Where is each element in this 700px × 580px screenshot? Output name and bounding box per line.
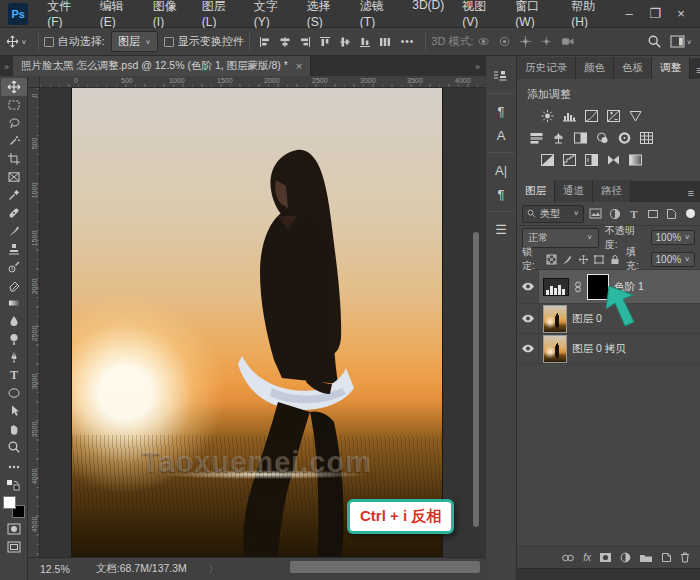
3d-drag-icon[interactable]	[515, 35, 536, 48]
document-canvas[interactable]: Taoxuemei.com	[72, 88, 442, 557]
panel-menu-icon[interactable]: ≡	[682, 187, 700, 202]
close-button[interactable]: ×	[668, 6, 694, 21]
layer-row-copy[interactable]: 图层 0 拷贝	[517, 334, 700, 364]
canvas-horizontal-scrollbar[interactable]	[290, 561, 480, 573]
hand-tool[interactable]	[1, 420, 27, 438]
distribute-h-icon[interactable]	[375, 36, 395, 48]
lock-artboard-icon[interactable]	[593, 253, 605, 266]
tab-overflow-icon[interactable]: »	[0, 62, 11, 76]
gradient-tool[interactable]	[1, 294, 27, 312]
more-alignment-options-icon[interactable]: •••	[395, 36, 421, 47]
tab-swatches[interactable]: 色板	[614, 57, 652, 79]
color-lookup-icon[interactable]	[638, 130, 655, 145]
status-options-icon[interactable]: 〉	[209, 563, 218, 576]
filter-adjustment-layers-icon[interactable]	[607, 206, 622, 221]
levels-icon[interactable]	[561, 108, 578, 123]
ruler-origin[interactable]	[28, 76, 40, 88]
brush-tool[interactable]	[1, 222, 27, 240]
layer-filter-type-dropdown[interactable]: 类型 ∨	[522, 205, 584, 223]
healing-brush-tool[interactable]	[1, 204, 27, 222]
crop-tool[interactable]	[1, 150, 27, 168]
path-selection-tool[interactable]	[1, 402, 27, 420]
visibility-eye-icon[interactable]	[517, 304, 539, 333]
layer-thumbnail[interactable]	[543, 335, 567, 363]
delete-layer-icon[interactable]	[680, 552, 690, 563]
3d-roll-icon[interactable]	[494, 35, 515, 48]
frame-tool[interactable]	[1, 168, 27, 186]
threshold-icon[interactable]	[583, 152, 600, 167]
align-top-edges-icon[interactable]	[315, 36, 335, 48]
zoom-level-field[interactable]: 12.5%	[40, 563, 70, 575]
vibrance-icon[interactable]	[627, 108, 644, 123]
tab-adjustments[interactable]: 调整	[652, 57, 690, 79]
blur-tool[interactable]	[1, 312, 27, 330]
tab-layers[interactable]: 图层	[517, 180, 555, 202]
lasso-tool[interactable]	[1, 114, 27, 132]
new-adjustment-layer-icon[interactable]	[620, 552, 631, 563]
foreground-background-swatches[interactable]	[3, 496, 25, 518]
type-tool[interactable]: T	[1, 366, 27, 384]
auto-select-target-dropdown[interactable]: 图层 ∨	[111, 31, 158, 52]
character-panel-icon[interactable]: A|	[488, 158, 514, 182]
tab-paths[interactable]: 路径	[593, 180, 631, 202]
lock-pixels-icon[interactable]	[562, 253, 574, 266]
channel-mixer-icon[interactable]	[616, 130, 633, 145]
workspace-switcher-icon[interactable]: ∨	[666, 35, 696, 48]
minimize-button[interactable]: –	[616, 6, 642, 21]
marquee-tool[interactable]	[1, 96, 27, 114]
layer-thumbnail[interactable]	[543, 305, 567, 333]
paragraph-styles-panel-icon[interactable]: ¶	[488, 99, 514, 123]
screen-mode-button[interactable]	[1, 538, 27, 556]
layer-style-icon[interactable]: fx	[583, 552, 591, 563]
filter-toggle-icon[interactable]	[686, 209, 695, 218]
zoom-tool[interactable]	[1, 438, 27, 456]
3d-camera-icon[interactable]	[557, 35, 578, 48]
eraser-tool[interactable]	[1, 276, 27, 294]
search-icon[interactable]	[643, 34, 666, 49]
color-balance-icon[interactable]	[550, 130, 567, 145]
link-layers-icon[interactable]	[561, 554, 575, 562]
align-v-centers-icon[interactable]	[335, 36, 355, 48]
photoshop-logo-icon[interactable]: Ps	[8, 3, 28, 25]
curves-icon[interactable]	[583, 108, 600, 123]
filter-type-layers-icon[interactable]: T	[626, 206, 641, 221]
posterize-icon[interactable]	[561, 152, 578, 167]
lock-all-icon[interactable]	[609, 253, 621, 266]
opacity-field[interactable]: 100% ∨	[651, 230, 695, 245]
black-white-icon[interactable]	[572, 130, 589, 145]
brightness-contrast-icon[interactable]	[539, 108, 556, 123]
filter-smart-objects-icon[interactable]	[664, 206, 679, 221]
paragraph-panel-icon[interactable]: ¶	[488, 182, 514, 206]
exposure-icon[interactable]	[605, 108, 622, 123]
lock-transparency-icon[interactable]	[546, 253, 558, 266]
pen-tool[interactable]	[1, 348, 27, 366]
selective-color-icon[interactable]	[627, 152, 644, 167]
quick-mask-button[interactable]	[1, 520, 27, 538]
lock-position-icon[interactable]	[577, 253, 589, 266]
photo-filter-icon[interactable]	[594, 130, 611, 145]
tab-color[interactable]: 颜色	[576, 57, 614, 79]
invert-icon[interactable]	[539, 152, 556, 167]
visibility-eye-icon[interactable]	[517, 334, 539, 363]
document-tab[interactable]: 照片脸太黑 怎么调整.psd @ 12.5% (色阶 1, 图层蒙版/8) * …	[13, 56, 311, 76]
align-h-centers-icon[interactable]	[275, 36, 295, 48]
tab-overflow-icon[interactable]: »	[471, 62, 486, 76]
quick-selection-tool[interactable]	[1, 132, 27, 150]
new-group-icon[interactable]	[639, 553, 653, 563]
tab-channels[interactable]: 通道	[555, 180, 593, 202]
new-layer-icon[interactable]	[661, 552, 672, 563]
move-tool[interactable]	[1, 78, 27, 96]
panel-menu-icon[interactable]: ≡	[690, 64, 700, 79]
swap-colors-icon[interactable]	[1, 476, 27, 494]
maximize-button[interactable]: ❐	[642, 6, 668, 21]
hue-saturation-icon[interactable]	[528, 130, 545, 145]
clone-stamp-tool[interactable]	[1, 240, 27, 258]
eyedropper-tool[interactable]	[1, 186, 27, 204]
3d-slide-icon[interactable]	[536, 35, 557, 48]
3d-rotate-icon[interactable]	[473, 35, 494, 48]
align-right-edges-icon[interactable]	[295, 36, 315, 48]
edit-toolbar-icon[interactable]	[1, 458, 27, 476]
mask-link-icon[interactable]	[574, 281, 582, 293]
character-styles-panel-icon[interactable]: A	[488, 123, 514, 147]
levels-adjustment-thumbnail[interactable]	[543, 278, 569, 296]
